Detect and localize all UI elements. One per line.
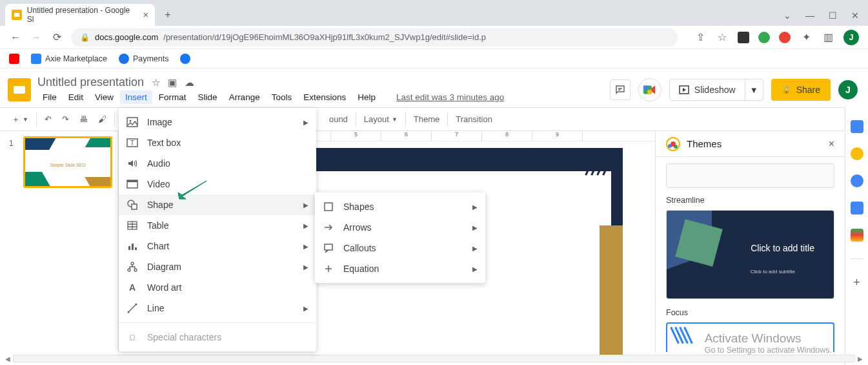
extension-red-icon[interactable] (779, 32, 791, 43)
contacts-icon[interactable] (851, 202, 863, 214)
reading-list-icon[interactable]: ▥ (822, 31, 834, 43)
extensions-puzzle-icon[interactable]: ✦ (800, 31, 812, 43)
browser-tab[interactable]: Untitled presentation - Google Sl × (5, 4, 155, 26)
account-avatar[interactable]: J (838, 80, 858, 99)
menu-item-chart[interactable]: Chart ▶ (119, 236, 316, 256)
scroll-right-icon[interactable]: ▶ (855, 353, 865, 364)
keep-icon[interactable] (851, 147, 863, 160)
insert-menu-dropdown: Image ▶ T Text box Audio Video Shape ▶ T… (119, 108, 316, 351)
svg-text:T: T (130, 140, 134, 147)
menu-item-shape[interactable]: Shape ▶ (119, 194, 316, 215)
menu-label: Equation (343, 264, 379, 274)
theme-preview-top[interactable] (666, 163, 834, 188)
menu-format[interactable]: Format (154, 90, 192, 104)
menu-view[interactable]: View (90, 90, 119, 104)
facebook-icon[interactable] (180, 54, 190, 64)
scroll-left-icon[interactable]: ◀ (3, 353, 13, 364)
extension-green-icon[interactable] (758, 32, 770, 43)
menu-insert[interactable]: Insert (120, 90, 152, 104)
watermark-line2: Go to Settings to activate Windows. (705, 346, 832, 355)
submenu-item-arrows[interactable]: Arrows ▶ (315, 217, 485, 238)
transition-button[interactable]: Transition (450, 112, 498, 127)
print-button[interactable]: 🖶 (74, 112, 93, 127)
svg-point-5 (130, 120, 132, 122)
undo-button[interactable]: ↶ (39, 112, 57, 127)
browser-profile-avatar[interactable]: J (843, 30, 859, 45)
filmstrip[interactable]: 1 Simple Slide SEO (0, 131, 119, 352)
url-input[interactable]: 🔒 docs.google.com/presentation/d/19jOgE9… (71, 28, 678, 47)
horizontal-scrollbar[interactable]: ◀ ▶ (3, 353, 865, 364)
meet-button[interactable] (638, 78, 661, 101)
menu-item-table[interactable]: Table ▶ (119, 215, 316, 236)
menu-item-line[interactable]: Line ▶ (119, 298, 316, 318)
background-button-partial[interactable]: ound (324, 112, 353, 127)
comments-button[interactable] (610, 79, 631, 100)
theme-card-streamline[interactable]: Click to add title Click to add subtitle (666, 210, 834, 299)
submenu-item-callouts[interactable]: Callouts ▶ (315, 238, 485, 258)
menu-label: Callouts (343, 243, 376, 253)
menu-item-special-characters: Ω Special characters (119, 327, 316, 348)
layout-button[interactable]: Layout▼ (359, 112, 403, 127)
chevron-down-icon[interactable]: ⌄ (783, 10, 791, 21)
menu-item-image[interactable]: Image ▶ (119, 112, 316, 132)
maximize-icon[interactable]: ☐ (829, 10, 837, 21)
new-slide-button[interactable]: ＋▼ (6, 111, 34, 128)
slideshow-button[interactable]: Slideshow (670, 79, 745, 100)
document-title[interactable]: Untitled presentation (37, 76, 144, 89)
star-doc-icon[interactable]: ☆ (152, 77, 160, 89)
redo-button[interactable]: ↷ (57, 112, 74, 127)
close-panel-icon[interactable]: × (829, 138, 834, 150)
bookmark-axie[interactable]: Axie Marketplace (31, 54, 107, 64)
menu-item-video[interactable]: Video (119, 174, 316, 194)
last-edit-link[interactable]: Last edit was 3 minutes ago (391, 90, 509, 104)
submenu-arrow-icon: ▶ (472, 245, 478, 252)
share-button[interactable]: 🔒 Share (771, 79, 831, 101)
menu-label: Table (147, 220, 168, 231)
new-tab-button[interactable]: + (159, 6, 177, 24)
paint-format-button[interactable]: 🖌 (93, 112, 112, 127)
menu-item-audio[interactable]: Audio (119, 153, 316, 174)
close-tab-icon[interactable]: × (143, 10, 148, 20)
back-icon[interactable]: ← (9, 32, 22, 43)
youtube-icon[interactable] (9, 54, 19, 64)
submenu-item-equation[interactable]: Equation ▶ (315, 258, 485, 279)
window-controls: ⌄ — ☐ ✕ (783, 10, 868, 26)
menu-item-textbox[interactable]: T Text box (119, 132, 316, 153)
menu-edit[interactable]: Edit (63, 90, 88, 104)
menu-extensions[interactable]: Extensions (298, 90, 351, 104)
share-page-icon[interactable]: ⇪ (694, 31, 707, 43)
move-doc-icon[interactable]: ▣ (168, 77, 177, 89)
equation-icon (323, 263, 334, 275)
slide-thumbnail[interactable]: Simple Slide SEO (23, 136, 112, 188)
minimize-icon[interactable]: — (805, 10, 814, 21)
shapes-square-icon (323, 201, 334, 213)
menu-help[interactable]: Help (352, 90, 381, 104)
submenu-item-shapes[interactable]: Shapes ▶ (315, 196, 485, 217)
close-window-icon[interactable]: ✕ (851, 10, 859, 21)
submenu-arrow-icon: ▶ (472, 224, 478, 231)
menu-label: Text box (147, 138, 181, 148)
diagram-icon (126, 261, 138, 273)
menu-item-diagram[interactable]: Diagram ▶ (119, 256, 316, 277)
slideshow-dropdown[interactable]: ▼ (745, 79, 763, 100)
slideshow-button-group: Slideshow ▼ (669, 79, 763, 101)
menu-tools[interactable]: Tools (267, 90, 298, 104)
star-icon[interactable]: ☆ (716, 31, 729, 43)
theme-button[interactable]: Theme (409, 112, 445, 127)
extension-m-icon[interactable] (738, 32, 749, 43)
bookmark-payments[interactable]: Payments (119, 54, 169, 64)
maps-icon[interactable] (851, 229, 863, 242)
slides-logo-icon[interactable] (8, 78, 31, 101)
menu-arrange[interactable]: Arrange (224, 90, 265, 104)
reload-icon[interactable]: ⟳ (50, 31, 63, 43)
menu-item-wordart[interactable]: A Word art (119, 277, 316, 298)
menu-slide[interactable]: Slide (193, 90, 223, 104)
calendar-icon[interactable] (851, 120, 863, 133)
menu-file[interactable]: File (37, 90, 62, 104)
scroll-track[interactable] (13, 355, 855, 362)
cloud-status-icon[interactable]: ☁ (185, 77, 194, 89)
tasks-icon[interactable] (851, 174, 863, 187)
svg-rect-1 (643, 86, 647, 90)
add-addon-icon[interactable]: + (853, 276, 860, 289)
theme-name-streamline: Streamline (666, 196, 834, 205)
